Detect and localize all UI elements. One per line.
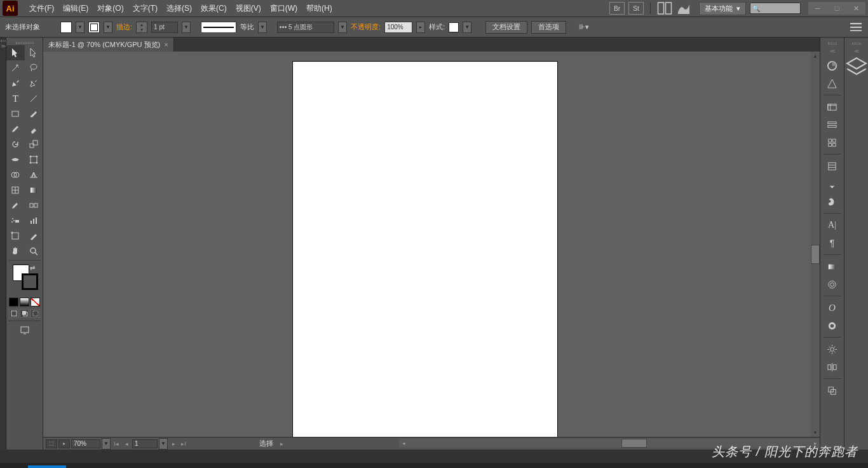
arrange-docs-icon[interactable] [657, 2, 672, 15]
menu-select[interactable]: 选择(S) [166, 3, 192, 14]
direct-selection-tool[interactable] [25, 45, 43, 60]
brushes-panel-icon[interactable] [820, 116, 844, 134]
selection-tool[interactable] [6, 45, 25, 60]
canvas[interactable]: ▲ ▼ [43, 52, 820, 437]
menu-object[interactable]: 对象(O) [97, 3, 123, 14]
toolbox-grip[interactable] [6, 40, 43, 45]
pencil-tool[interactable] [6, 121, 25, 137]
search-input[interactable]: 🔍 [750, 3, 801, 14]
appearance-panel-icon[interactable] [820, 258, 844, 275]
minimize-button[interactable]: ─ [808, 2, 827, 15]
character-panel-icon[interactable]: A| [820, 216, 844, 234]
stroke-swatch[interactable] [88, 22, 100, 33]
color-guide-panel-icon[interactable] [820, 74, 844, 92]
type-tool[interactable]: T [6, 91, 25, 106]
zoom-level-input[interactable]: 70% [71, 439, 100, 448]
gradient-tool[interactable] [25, 182, 43, 198]
first-artboard-button[interactable]: I◂ [112, 439, 121, 448]
lasso-tool[interactable] [25, 60, 43, 76]
status-menu-icon[interactable]: ▸ [277, 439, 286, 448]
swatches-panel-icon[interactable] [820, 98, 844, 116]
dock-grip-2[interactable] [852, 43, 861, 45]
rectangle-tool[interactable] [6, 106, 25, 121]
perspective-grid-tool[interactable] [25, 167, 43, 182]
prev-artboard-button[interactable]: ◂ [122, 439, 131, 448]
draw-behind[interactable] [20, 309, 29, 318]
bridge-icon[interactable]: Br [609, 2, 625, 15]
opacity-dropdown[interactable]: ▸ [416, 22, 425, 33]
line-tool[interactable] [25, 91, 43, 106]
close-button[interactable]: ✕ [846, 2, 865, 15]
color-gradient[interactable] [20, 298, 29, 306]
scroll-down-icon[interactable]: ▼ [811, 428, 820, 437]
swap-fill-stroke-icon[interactable]: ⇄ [30, 265, 35, 272]
workspace-switcher[interactable]: 基本功能 ▾ [699, 2, 746, 15]
collapse-dock-2-icon[interactable]: ≪ [854, 48, 859, 54]
sb-gpu-icon[interactable]: ▸ [58, 439, 70, 448]
style-dropdown[interactable]: ▼ [463, 22, 471, 33]
paintbrush-tool[interactable] [25, 106, 43, 121]
menu-effect[interactable]: 效果(C) [201, 3, 227, 14]
sb-artboard-nav-icon[interactable]: ⬚ [46, 439, 57, 448]
fill-stroke-control[interactable]: ⇄ [10, 265, 39, 295]
scroll-up-icon[interactable]: ▲ [811, 52, 820, 60]
cc-libraries-panel-icon[interactable] [820, 317, 844, 334]
hand-tool[interactable] [6, 244, 25, 259]
symbol-sprayer-tool[interactable] [6, 213, 25, 228]
document-setup-button[interactable]: 文档设置 [485, 21, 527, 34]
fill-dropdown[interactable]: ▼ [76, 22, 85, 33]
eraser-tool[interactable] [25, 121, 43, 137]
horizontal-scroll-thumb[interactable] [621, 439, 647, 448]
draw-normal[interactable] [9, 309, 18, 318]
shape-builder-tool[interactable] [6, 167, 25, 182]
stroke-style-preview[interactable] [201, 22, 236, 33]
artboard-dropdown[interactable]: ▼ [159, 438, 168, 450]
dock-grip[interactable] [828, 43, 837, 45]
menu-edit[interactable]: 编辑(E) [63, 3, 88, 14]
scale-tool[interactable] [25, 137, 43, 152]
zoom-tool[interactable] [25, 244, 43, 259]
collapse-dock-icon[interactable]: ≪ [830, 48, 835, 54]
layers-panel-icon[interactable] [844, 57, 869, 76]
paragraph-panel-icon[interactable]: ¶ [820, 234, 844, 252]
mesh-tool[interactable] [6, 182, 25, 198]
magic-wand-tool[interactable] [6, 60, 25, 76]
last-artboard-button[interactable]: ▸I [179, 439, 188, 448]
italic-o-icon[interactable]: O [820, 299, 844, 317]
stroke-weight-input[interactable]: 1 pt [151, 22, 178, 33]
pen-tool[interactable] [6, 76, 25, 91]
stock-icon[interactable]: St [628, 2, 644, 15]
color-panel-icon[interactable] [820, 57, 844, 74]
preferences-button[interactable]: 首选项 [531, 21, 566, 34]
document-tab[interactable]: 未标题-1 @ 70% (CMYK/GPU 预览) × [43, 38, 174, 52]
stroke-weight-dropdown[interactable]: ▼ [182, 22, 191, 33]
menu-view[interactable]: 视图(V) [236, 3, 261, 14]
close-tab-icon[interactable]: × [164, 41, 168, 48]
free-transform-tool[interactable] [25, 152, 43, 167]
rotate-tool[interactable] [6, 137, 25, 152]
transform-panel-icon[interactable] [820, 382, 844, 399]
stroke-stepper[interactable]: ▲▼ [136, 22, 147, 33]
maximize-button[interactable]: □ [827, 2, 846, 15]
vertical-scroll-thumb[interactable] [811, 245, 820, 264]
stroke-label[interactable]: 描边: [116, 22, 132, 32]
width-tool[interactable] [6, 152, 25, 167]
brush-dropdown[interactable]: ▼ [338, 22, 347, 33]
sun-icon[interactable] [820, 340, 844, 358]
eyedropper-tool[interactable] [6, 198, 25, 213]
symbols-panel-icon[interactable] [820, 134, 844, 151]
stroke-panel-icon[interactable] [820, 157, 844, 175]
zoom-dropdown[interactable]: ▼ [102, 438, 111, 450]
align-panel-icon[interactable] [820, 358, 844, 376]
stroke-color[interactable] [22, 273, 38, 290]
next-artboard-button[interactable]: ▸ [169, 439, 178, 448]
blend-tool[interactable] [25, 198, 43, 213]
menu-help[interactable]: 帮助(H) [306, 3, 332, 14]
screen-mode-button[interactable] [6, 322, 43, 338]
artboard-tool[interactable] [6, 228, 25, 244]
brush-definition[interactable]: 5 点圆形 [277, 22, 334, 33]
menu-window[interactable]: 窗口(W) [270, 3, 297, 14]
align-to-icon[interactable]: ⊪▾ [579, 22, 594, 33]
stroke-dropdown[interactable]: ▼ [104, 22, 112, 33]
gradient-panel-icon[interactable] [820, 175, 844, 193]
